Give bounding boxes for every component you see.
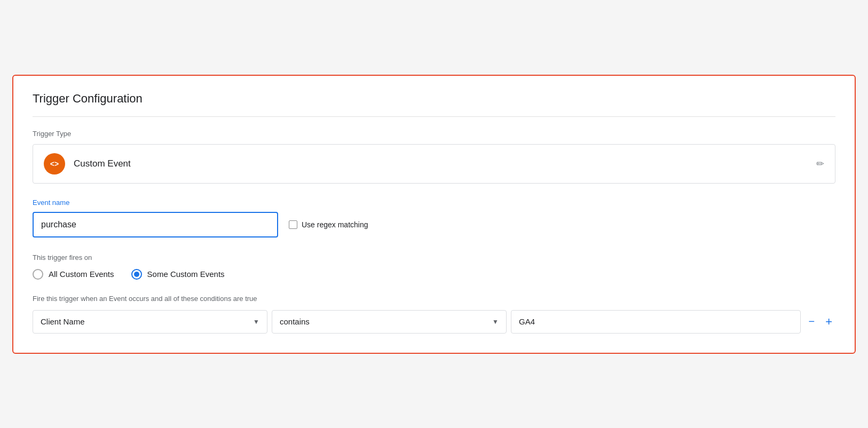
add-condition-button[interactable]: + (822, 315, 835, 329)
radio-some-outer (131, 269, 142, 280)
radio-some-label: Some Custom Events (147, 270, 225, 279)
match-value-field[interactable]: GA4 (511, 310, 801, 334)
remove-condition-button[interactable]: − (805, 315, 818, 328)
operator-select[interactable]: contains ▼ (272, 310, 507, 334)
regex-checkbox[interactable] (289, 220, 297, 229)
radio-all-label: All Custom Events (49, 270, 114, 279)
client-name-select[interactable]: Client Name ▼ (33, 310, 267, 334)
radio-row: All Custom Events Some Custom Events (33, 269, 835, 280)
fires-on-label: This trigger fires on (33, 253, 835, 261)
trigger-config-container: Trigger Configuration Trigger Type <> Cu… (12, 75, 856, 354)
match-value-text: GA4 (519, 317, 535, 326)
custom-event-icon: <> (44, 153, 65, 175)
radio-all-custom-events[interactable]: All Custom Events (33, 269, 114, 280)
page-title: Trigger Configuration (33, 92, 835, 106)
client-name-value: Client Name (41, 317, 85, 326)
radio-all-outer (33, 269, 43, 280)
radio-some-inner (134, 272, 139, 277)
event-name-input[interactable] (33, 212, 278, 237)
conditions-row-wrapper: Client Name ▼ contains ▼ GA4 − + (33, 310, 835, 334)
client-name-chevron: ▼ (253, 318, 259, 326)
regex-row: Use regex matching (289, 220, 368, 229)
trigger-type-left: <> Custom Event (44, 153, 131, 175)
trigger-type-name: Custom Event (74, 158, 131, 169)
trigger-type-label: Trigger Type (33, 130, 835, 138)
section-divider (33, 116, 835, 117)
operator-chevron: ▼ (492, 318, 499, 326)
event-name-row: Use regex matching (33, 212, 835, 237)
conditions-label: Fire this trigger when an Event occurs a… (33, 295, 835, 303)
edit-trigger-icon[interactable]: ✏ (816, 158, 824, 170)
radio-some-custom-events[interactable]: Some Custom Events (131, 269, 225, 280)
event-name-label: Event name (33, 199, 835, 207)
operator-value: contains (280, 317, 310, 326)
trigger-type-box: <> Custom Event ✏ (33, 144, 835, 184)
regex-label: Use regex matching (302, 220, 368, 229)
